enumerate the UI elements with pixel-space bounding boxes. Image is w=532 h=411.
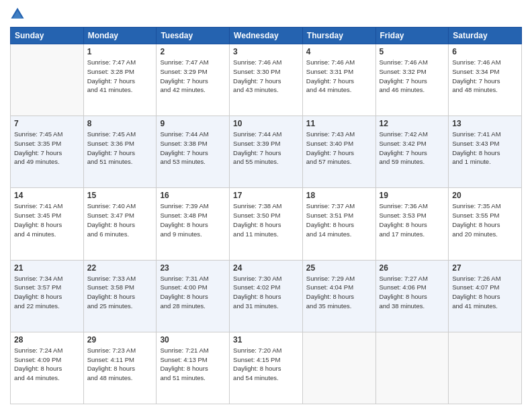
calendar-weekday-monday: Monday [83,28,157,44]
day-number: 7 [14,119,80,128]
day-number: 8 [87,119,153,128]
calendar-day-cell: 17Sunrise: 7:38 AM Sunset: 3:50 PM Dayli… [230,188,303,260]
day-info: Sunrise: 7:33 AM Sunset: 3:58 PM Dayligh… [87,274,153,311]
day-info: Sunrise: 7:43 AM Sunset: 3:40 PM Dayligh… [306,130,372,167]
day-info: Sunrise: 7:41 AM Sunset: 3:43 PM Dayligh… [452,130,518,167]
day-number: 4 [306,47,372,56]
calendar-day-cell [11,44,84,116]
day-info: Sunrise: 7:39 AM Sunset: 3:48 PM Dayligh… [160,201,226,238]
calendar-day-cell [375,332,449,404]
calendar-day-cell: 24Sunrise: 7:30 AM Sunset: 4:02 PM Dayli… [230,260,303,332]
day-number: 19 [380,191,445,200]
header [10,7,522,21]
day-info: Sunrise: 7:45 AM Sunset: 3:36 PM Dayligh… [87,130,153,167]
day-info: Sunrise: 7:45 AM Sunset: 3:35 PM Dayligh… [14,130,80,167]
calendar-day-cell: 3Sunrise: 7:46 AM Sunset: 3:30 PM Daylig… [230,44,303,116]
day-number: 29 [87,335,153,345]
day-info: Sunrise: 7:34 AM Sunset: 3:57 PM Dayligh… [14,274,80,311]
day-number: 17 [233,191,299,200]
day-number: 12 [380,119,445,128]
day-info: Sunrise: 7:31 AM Sunset: 4:00 PM Dayligh… [160,274,226,311]
page: SundayMondayTuesdayWednesdayThursdayFrid… [0,0,532,411]
calendar-day-cell: 14Sunrise: 7:41 AM Sunset: 3:45 PM Dayli… [11,188,84,260]
day-info: Sunrise: 7:44 AM Sunset: 3:39 PM Dayligh… [233,130,299,167]
day-number: 25 [306,263,372,273]
day-info: Sunrise: 7:46 AM Sunset: 3:31 PM Dayligh… [306,58,372,95]
day-number: 20 [452,191,518,200]
calendar-day-cell: 8Sunrise: 7:45 AM Sunset: 3:36 PM Daylig… [83,116,157,188]
day-info: Sunrise: 7:27 AM Sunset: 4:06 PM Dayligh… [380,274,445,311]
calendar-day-cell: 26Sunrise: 7:27 AM Sunset: 4:06 PM Dayli… [375,260,449,332]
calendar-table: SundayMondayTuesdayWednesdayThursdayFrid… [10,27,522,404]
calendar-week-row: 14Sunrise: 7:41 AM Sunset: 3:45 PM Dayli… [11,188,522,260]
day-number: 14 [14,191,80,200]
calendar-weekday-saturday: Saturday [449,28,522,44]
calendar-weekday-thursday: Thursday [302,28,375,44]
calendar-weekday-sunday: Sunday [11,28,84,44]
day-info: Sunrise: 7:26 AM Sunset: 4:07 PM Dayligh… [452,274,518,311]
calendar-day-cell: 20Sunrise: 7:35 AM Sunset: 3:55 PM Dayli… [449,188,522,260]
day-info: Sunrise: 7:20 AM Sunset: 4:15 PM Dayligh… [233,346,299,383]
calendar-day-cell: 7Sunrise: 7:45 AM Sunset: 3:35 PM Daylig… [11,116,84,188]
calendar-day-cell: 9Sunrise: 7:44 AM Sunset: 3:38 PM Daylig… [157,116,230,188]
day-info: Sunrise: 7:21 AM Sunset: 4:13 PM Dayligh… [160,346,226,383]
calendar-day-cell: 10Sunrise: 7:44 AM Sunset: 3:39 PM Dayli… [230,116,303,188]
calendar-day-cell: 13Sunrise: 7:41 AM Sunset: 3:43 PM Dayli… [449,116,522,188]
day-info: Sunrise: 7:46 AM Sunset: 3:34 PM Dayligh… [452,58,518,95]
calendar-day-cell: 19Sunrise: 7:36 AM Sunset: 3:53 PM Dayli… [375,188,449,260]
calendar-week-row: 21Sunrise: 7:34 AM Sunset: 3:57 PM Dayli… [11,260,522,332]
day-info: Sunrise: 7:38 AM Sunset: 3:50 PM Dayligh… [233,201,299,238]
day-number: 28 [14,335,80,345]
day-info: Sunrise: 7:24 AM Sunset: 4:09 PM Dayligh… [14,346,80,383]
calendar-weekday-tuesday: Tuesday [157,28,230,44]
day-number: 16 [160,191,226,200]
calendar-day-cell: 21Sunrise: 7:34 AM Sunset: 3:57 PM Dayli… [11,260,84,332]
day-info: Sunrise: 7:23 AM Sunset: 4:11 PM Dayligh… [87,346,153,383]
logo [10,7,28,21]
calendar-day-cell: 22Sunrise: 7:33 AM Sunset: 3:58 PM Dayli… [83,260,157,332]
day-info: Sunrise: 7:35 AM Sunset: 3:55 PM Dayligh… [452,201,518,238]
day-number: 9 [160,119,226,128]
day-info: Sunrise: 7:47 AM Sunset: 3:28 PM Dayligh… [87,58,153,95]
calendar-day-cell: 1Sunrise: 7:47 AM Sunset: 3:28 PM Daylig… [83,44,157,116]
calendar-day-cell: 28Sunrise: 7:24 AM Sunset: 4:09 PM Dayli… [11,332,84,404]
day-info: Sunrise: 7:41 AM Sunset: 3:45 PM Dayligh… [14,201,80,238]
calendar-day-cell: 18Sunrise: 7:37 AM Sunset: 3:51 PM Dayli… [302,188,375,260]
calendar-day-cell: 5Sunrise: 7:46 AM Sunset: 3:32 PM Daylig… [375,44,449,116]
day-info: Sunrise: 7:36 AM Sunset: 3:53 PM Dayligh… [380,201,445,238]
day-number: 31 [233,335,299,345]
day-info: Sunrise: 7:46 AM Sunset: 3:32 PM Dayligh… [380,58,445,95]
day-info: Sunrise: 7:46 AM Sunset: 3:30 PM Dayligh… [233,58,299,95]
day-number: 2 [160,47,226,56]
calendar-weekday-friday: Friday [375,28,449,44]
calendar-day-cell: 2Sunrise: 7:47 AM Sunset: 3:29 PM Daylig… [157,44,230,116]
day-number: 27 [452,263,518,273]
calendar-day-cell [449,332,522,404]
day-info: Sunrise: 7:40 AM Sunset: 3:47 PM Dayligh… [87,201,153,238]
day-number: 15 [87,191,153,200]
calendar-day-cell: 15Sunrise: 7:40 AM Sunset: 3:47 PM Dayli… [83,188,157,260]
calendar-week-row: 28Sunrise: 7:24 AM Sunset: 4:09 PM Dayli… [11,332,522,404]
calendar-day-cell: 6Sunrise: 7:46 AM Sunset: 3:34 PM Daylig… [449,44,522,116]
calendar-day-cell: 16Sunrise: 7:39 AM Sunset: 3:48 PM Dayli… [157,188,230,260]
day-number: 3 [233,47,299,56]
calendar-day-cell: 29Sunrise: 7:23 AM Sunset: 4:11 PM Dayli… [83,332,157,404]
calendar-weekday-wednesday: Wednesday [230,28,303,44]
day-info: Sunrise: 7:42 AM Sunset: 3:42 PM Dayligh… [380,130,445,167]
logo-icon [10,7,25,21]
day-number: 10 [233,119,299,128]
day-number: 13 [452,119,518,128]
day-number: 21 [14,263,80,273]
calendar-header-row: SundayMondayTuesdayWednesdayThursdayFrid… [11,28,522,44]
day-number: 1 [87,47,153,56]
calendar-week-row: 7Sunrise: 7:45 AM Sunset: 3:35 PM Daylig… [11,116,522,188]
day-number: 5 [380,47,445,56]
calendar-day-cell [302,332,375,404]
day-number: 24 [233,263,299,273]
calendar-day-cell: 30Sunrise: 7:21 AM Sunset: 4:13 PM Dayli… [157,332,230,404]
calendar-day-cell: 31Sunrise: 7:20 AM Sunset: 4:15 PM Dayli… [230,332,303,404]
day-info: Sunrise: 7:30 AM Sunset: 4:02 PM Dayligh… [233,274,299,311]
day-number: 23 [160,263,226,273]
calendar-week-row: 1Sunrise: 7:47 AM Sunset: 3:28 PM Daylig… [11,44,522,116]
day-number: 26 [380,263,445,273]
